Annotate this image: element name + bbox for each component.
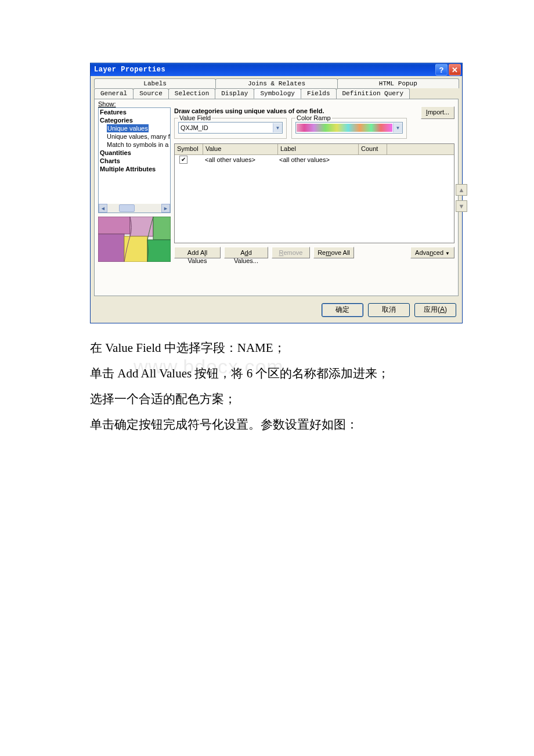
col-symbol[interactable]: Symbol [175,144,203,154]
row-value: <all other values> [203,156,277,163]
tree-hscrollbar[interactable]: ◄ ► [99,204,170,213]
instr-line-3: 选择一个合适的配色方案； [90,386,444,412]
tree-unique-values-many[interactable]: Unique values, many f [99,132,170,141]
show-label: Show: [98,100,454,107]
renderer-description: Draw categories using unique values of o… [174,107,454,114]
tab-joins-relates[interactable]: Joins & Relates [215,78,337,88]
row-checkbox[interactable]: ✔ [179,156,187,164]
ok-button[interactable]: 确定 [322,303,363,317]
tree-quantities[interactable]: Quantities [99,149,170,157]
add-values-button[interactable]: Add Values... [224,247,268,258]
tab-source[interactable]: Source [133,88,169,99]
add-all-values-button[interactable]: Add All Values [174,247,221,258]
help-icon[interactable]: ? [435,64,448,75]
tab-body-symbology: Show: Features Categories Unique values … [94,99,459,296]
color-ramp-group: Color Ramp ▼ [291,118,407,139]
svg-rect-3 [98,234,124,262]
chevron-down-icon[interactable]: ▼ [273,123,282,132]
cancel-button[interactable]: 取消 [368,303,410,317]
svg-rect-2 [153,217,171,240]
scroll-left-icon[interactable]: ◄ [99,204,107,213]
color-ramp-preview [297,124,392,132]
tree-match-symbols[interactable]: Match to symbols in a [99,141,170,149]
instr-line-1: 在 Value Field 中选择字段：NAME； [90,335,444,361]
close-icon[interactable]: ✕ [449,64,461,75]
tab-html-popup[interactable]: HTML Popup [337,78,459,88]
col-count[interactable]: Count [359,144,387,154]
layer-properties-dialog: Layer Properties ? ✕ General Source Sele… [90,63,463,323]
color-ramp-combo[interactable]: ▼ [295,122,403,134]
row-label: <all other values> [277,156,357,163]
tab-display[interactable]: Display [215,88,254,99]
value-field-group: Value Field QXJM_ID ▼ [174,118,287,139]
apply-button[interactable]: 应用(A) [414,303,456,317]
tab-strip: General Source Selection Display Symbolo… [91,76,462,99]
move-down-icon[interactable]: ▼ [456,200,467,212]
import-button[interactable]: Import... [421,106,454,119]
tree-categories[interactable]: Categories [99,116,170,124]
values-table-header: Symbol Value Label Count [175,144,454,155]
tree-features[interactable]: Features [99,108,170,116]
remove-button: Remove [272,247,310,258]
titlebar: Layer Properties ? ✕ [91,63,462,76]
tab-symbology[interactable]: Symbology [254,88,301,99]
tree-charts[interactable]: Charts [99,157,170,165]
tab-fields[interactable]: Fields [301,88,337,99]
tab-definition-query[interactable]: Definition Query [336,88,410,99]
svg-rect-1 [130,217,153,236]
titlebar-text: Layer Properties [94,66,165,74]
value-field-combo[interactable]: QXJM_ID ▼ [178,122,283,134]
value-field-legend: Value Field [178,114,212,121]
svg-rect-5 [147,240,171,262]
value-field-value: QXJM_ID [179,124,273,131]
col-value[interactable]: Value [203,144,278,154]
svg-rect-0 [98,217,130,234]
scroll-thumb[interactable] [119,204,135,212]
tab-selection[interactable]: Selection [168,88,215,99]
advanced-button[interactable]: Advanced▼ [410,247,454,258]
instruction-text: 在 Value Field 中选择字段：NAME； 单击 Add All Val… [90,335,444,437]
scroll-right-icon[interactable]: ► [161,204,170,213]
dialog-button-row: 确定 取消 应用(A) [91,300,462,323]
show-tree[interactable]: Features Categories Unique values Unique… [98,107,171,213]
instr-line-4: 单击确定按钮完成符号化设置。参数设置好如图： [90,412,444,437]
remove-all-button[interactable]: Remove All [313,247,354,258]
instr-line-2: 单击 Add All Values 按钮，将 6 个区的名称都添加进来； [90,361,444,386]
color-ramp-legend: Color Ramp [295,114,332,121]
tree-multiple-attrs[interactable]: Multiple Attributes [99,165,170,173]
symbology-preview [98,217,171,262]
move-up-icon[interactable]: ▲ [456,184,467,196]
svg-rect-4 [124,236,147,262]
tab-labels[interactable]: Labels [94,78,216,88]
tree-unique-values[interactable]: Unique values [99,124,170,132]
tab-general[interactable]: General [94,88,134,99]
table-row[interactable]: ✔ <all other values> <all other values> [175,155,454,164]
values-table[interactable]: Symbol Value Label Count ✔ <all other va… [174,143,454,243]
col-label[interactable]: Label [278,144,359,154]
chevron-down-icon[interactable]: ▼ [393,123,402,132]
